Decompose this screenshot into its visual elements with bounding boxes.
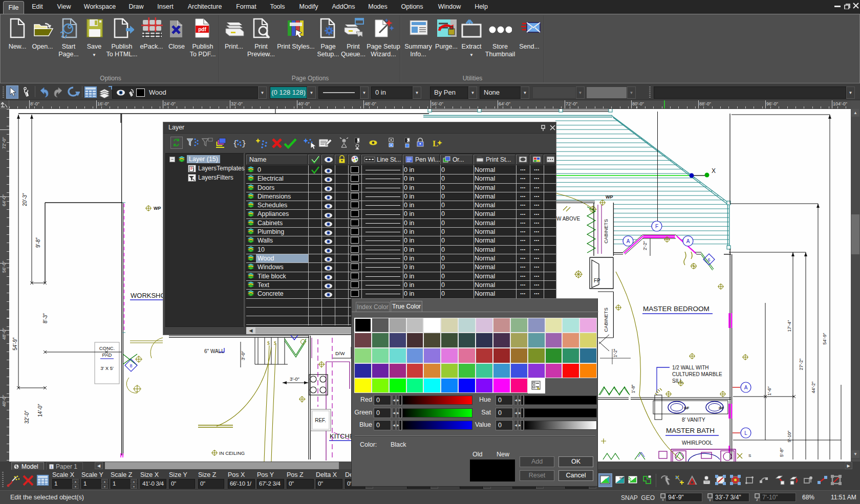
svg-text:CABINETS: CABINETS [603, 219, 609, 244]
svg-text:27′-2″: 27′-2″ [799, 358, 804, 370]
svg-text:14′-0″: 14′-0″ [37, 404, 43, 417]
svg-text:}: } [242, 140, 246, 148]
svg-text:3′ X 5′: 3′ X 5′ [100, 365, 114, 371]
svg-text:MASTER BATH: MASTER BATH [666, 427, 715, 434]
svg-text:X: X [712, 167, 716, 174]
svg-text:1′-8″: 1′-8″ [631, 385, 636, 393]
svg-text:D/W: D/W [335, 350, 345, 356]
svg-text:8′-3″: 8′-3″ [42, 313, 48, 323]
svg-text:pdf: pdf [198, 27, 206, 32]
svg-text:44′-2″: 44′-2″ [811, 381, 816, 393]
svg-text:CULTURED MARBLE: CULTURED MARBLE [672, 371, 722, 377]
svg-text:WP: WP [619, 476, 625, 479]
svg-text:MASTER BEDROOM: MASTER BEDROOM [643, 305, 709, 313]
svg-text:z: z [756, 497, 758, 501]
svg-text:FP: FP [594, 278, 600, 283]
svg-text:L: L [744, 430, 747, 436]
svg-text:32′-0″: 32′-0″ [24, 410, 30, 424]
svg-text:1′-2″: 1′-2″ [613, 349, 618, 358]
svg-text:L: L [433, 139, 438, 148]
svg-text:8′ VANITY: 8′ VANITY [682, 417, 705, 423]
svg-text:x: x [662, 497, 664, 501]
svg-text:A: A [744, 385, 748, 390]
svg-text:GF: GF [684, 406, 690, 410]
svg-text:1/2 WALL WITH: 1/2 WALL WITH [672, 365, 709, 370]
svg-text:54′-9″: 54′-9″ [822, 333, 827, 345]
svg-text:2′-2″: 2′-2″ [642, 240, 648, 250]
svg-text:CABINETS: CABINETS [603, 308, 609, 332]
svg-text:$: $ [267, 340, 270, 346]
svg-text:9′-10″: 9′-10″ [787, 430, 792, 443]
svg-text:F: F [655, 224, 658, 229]
svg-text:6: 6 [707, 257, 710, 262]
svg-text:WHIRLPOOL: WHIRLPOOL [682, 440, 713, 446]
svg-text:A: A [627, 238, 630, 244]
svg-text:6″ WALL: 6″ WALL [204, 348, 224, 354]
svg-text:S: S [748, 453, 751, 458]
svg-text:1′-6″: 1′-6″ [767, 386, 772, 396]
svg-text:IN CEILING: IN CEILING [219, 450, 245, 456]
svg-text:54′-9″: 54′-9″ [12, 337, 18, 350]
svg-text:GF: GF [719, 406, 724, 410]
svg-text:A: A [686, 238, 690, 244]
svg-text:W ABOVE: W ABOVE [556, 216, 580, 222]
svg-text:REF.: REF. [315, 418, 326, 423]
svg-text:$: $ [274, 340, 276, 346]
svg-text:CONC.: CONC. [99, 345, 115, 351]
svg-text:17′-4″: 17′-4″ [787, 320, 792, 332]
svg-text:20′-3″: 20′-3″ [22, 193, 28, 206]
svg-text:1: 1 [50, 465, 53, 469]
svg-text:3′-0″: 3′-0″ [241, 350, 246, 360]
svg-text:y: y [709, 497, 711, 501]
svg-text:8: 8 [130, 363, 132, 368]
svg-text:5′-8″: 5′-8″ [779, 447, 784, 457]
svg-text:WP: WP [154, 206, 161, 211]
svg-text:WP: WP [606, 194, 613, 200]
svg-text:3′-0″: 3′-0″ [290, 376, 300, 382]
svg-text:9′-8″: 9′-8″ [35, 237, 41, 248]
